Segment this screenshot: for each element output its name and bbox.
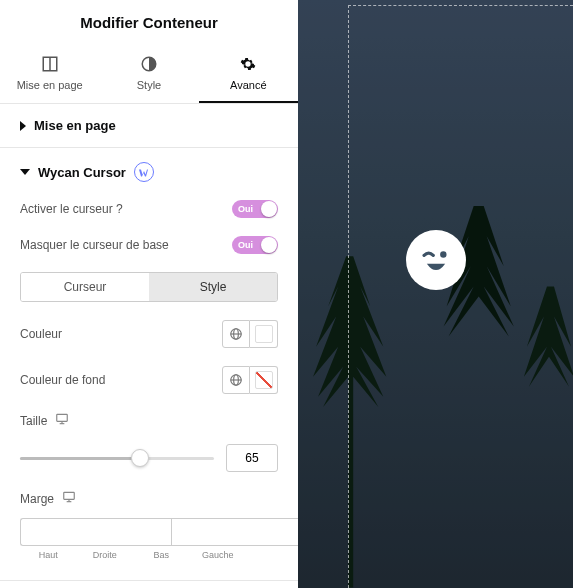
- chevron-right-icon: [20, 121, 26, 131]
- segment-btn-style[interactable]: Style: [149, 273, 277, 301]
- segment-cursor-style: Curseur Style: [20, 272, 278, 302]
- section-cursor: Wycan Cursor Activer le curseur ? Oui Ma…: [0, 148, 298, 581]
- panel-title: Modifier Conteneur: [0, 0, 298, 47]
- cursor-preview-emoji: [406, 230, 466, 290]
- size-input[interactable]: [226, 444, 278, 472]
- section-body-cursor: Activer le curseur ? Oui Masquer le curs…: [0, 196, 298, 580]
- svg-point-19: [440, 251, 446, 257]
- field-label: Marge: [20, 492, 54, 506]
- tab-label: Avancé: [230, 79, 267, 91]
- layout-icon: [41, 55, 59, 73]
- color-swatch-button[interactable]: [250, 320, 278, 348]
- svg-point-18: [415, 240, 455, 280]
- label-right: Droite: [77, 550, 134, 560]
- margin-top-input[interactable]: [20, 518, 171, 546]
- tab-label: Style: [137, 79, 161, 91]
- field-label: Masquer le curseur de base: [20, 238, 169, 252]
- section-title: Mise en page: [34, 118, 116, 133]
- globe-icon: [229, 373, 243, 387]
- row-color: Couleur: [20, 320, 278, 348]
- section-header-layout[interactable]: Mise en page: [0, 104, 298, 147]
- tab-advanced[interactable]: Avancé: [199, 47, 298, 103]
- color-global-button[interactable]: [222, 320, 250, 348]
- bg-color-swatch-button[interactable]: [250, 366, 278, 394]
- bg-color-control: [222, 366, 278, 394]
- margin-labels: Haut Droite Bas Gauche: [20, 550, 278, 560]
- toggle-value: Oui: [238, 240, 253, 250]
- tabs-nav: Mise en page Style Avancé: [0, 47, 298, 104]
- size-slider-row: [20, 444, 278, 472]
- color-swatch-none: [255, 371, 273, 389]
- desktop-icon[interactable]: [55, 412, 69, 430]
- chevron-down-icon: [20, 169, 30, 175]
- contrast-icon: [140, 55, 158, 73]
- section-title: Wycan Cursor: [38, 165, 126, 180]
- field-label: Activer le curseur ?: [20, 202, 123, 216]
- desktop-icon[interactable]: [62, 490, 76, 508]
- row-bg-color: Couleur de fond: [20, 366, 278, 394]
- row-size-group: Taille: [20, 412, 278, 472]
- field-label: Couleur: [20, 327, 62, 341]
- field-label: Couleur de fond: [20, 373, 105, 387]
- slider-thumb[interactable]: [131, 449, 149, 467]
- editor-panel: Modifier Conteneur Mise en page Style Av…: [0, 0, 298, 588]
- slider-fill: [20, 457, 140, 460]
- label-bottom: Bas: [133, 550, 190, 560]
- wink-face-icon: [414, 238, 458, 282]
- svg-rect-12: [64, 492, 75, 499]
- row-margin-group: Marge Haut Droite Ba: [20, 490, 278, 560]
- svg-rect-9: [57, 414, 68, 421]
- tab-layout[interactable]: Mise en page: [0, 47, 99, 103]
- brand-badge-icon: [134, 162, 154, 182]
- tab-label: Mise en page: [17, 79, 83, 91]
- section-layout: Mise en page: [0, 104, 298, 148]
- margin-inputs: [20, 518, 278, 546]
- label-left: Gauche: [190, 550, 247, 560]
- toggle-knob: [261, 237, 277, 253]
- globe-icon: [229, 327, 243, 341]
- label-top: Haut: [20, 550, 77, 560]
- gear-icon: [239, 55, 257, 73]
- section-header-cursor[interactable]: Wycan Cursor: [0, 148, 298, 196]
- toggle-value: Oui: [238, 204, 253, 214]
- selection-outline: [348, 5, 573, 588]
- toggle-knob: [261, 201, 277, 217]
- canvas-preview[interactable]: [298, 0, 573, 588]
- tab-style[interactable]: Style: [99, 47, 198, 103]
- row-hide-base-cursor: Masquer le curseur de base Oui: [20, 236, 278, 254]
- field-label: Taille: [20, 414, 47, 428]
- size-slider[interactable]: [20, 457, 214, 460]
- segment-btn-cursor[interactable]: Curseur: [21, 273, 149, 301]
- color-swatch: [255, 325, 273, 343]
- color-control: [222, 320, 278, 348]
- toggle-activate-cursor[interactable]: Oui: [232, 200, 278, 218]
- row-activate-cursor: Activer le curseur ? Oui: [20, 200, 278, 218]
- bg-color-global-button[interactable]: [222, 366, 250, 394]
- toggle-hide-base-cursor[interactable]: Oui: [232, 236, 278, 254]
